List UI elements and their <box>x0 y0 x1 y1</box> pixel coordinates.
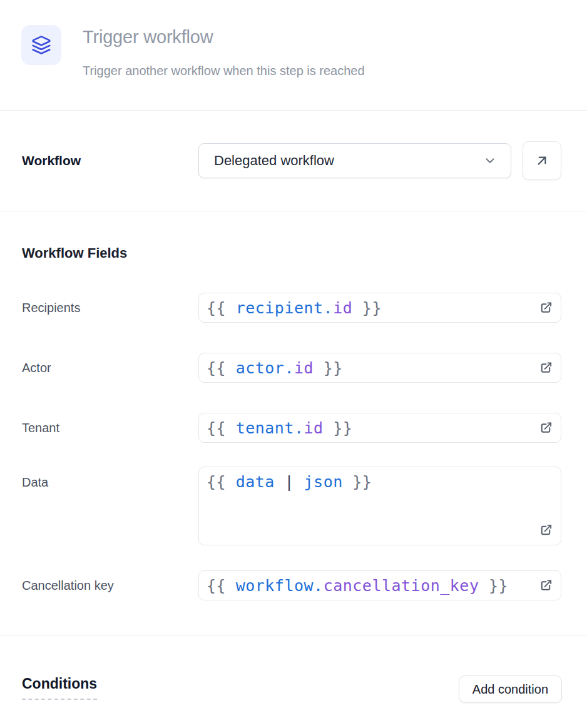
field-code-value: {{ recipient.id }} <box>207 299 382 317</box>
field-code-input[interactable]: {{ actor.id }} <box>198 353 561 383</box>
field-code-value: {{ data | json }} <box>207 473 372 491</box>
chevron-down-icon <box>483 154 497 168</box>
field-row: Tenant {{ tenant.id }} <box>22 413 561 443</box>
field-row: Actor {{ actor.id }} <box>22 353 561 383</box>
step-icon-box <box>21 25 61 65</box>
field-label: Data <box>22 467 198 490</box>
field-code-input[interactable]: {{ data | json }} <box>198 467 561 545</box>
conditions-section: Conditions Add condition <box>0 636 587 703</box>
external-link-icon[interactable] <box>539 361 553 375</box>
workflow-select[interactable]: Delegated workflow <box>198 143 511 178</box>
workflow-fields-heading: Workflow Fields <box>22 245 561 262</box>
field-label: Recipients <box>22 293 198 323</box>
external-link-icon[interactable] <box>539 421 553 435</box>
external-link-icon[interactable] <box>539 579 553 593</box>
external-link-icon[interactable] <box>539 301 553 315</box>
field-code-input[interactable]: {{ tenant.id }} <box>198 413 561 443</box>
field-label: Actor <box>22 353 198 383</box>
field-rows: Recipients {{ recipient.id }} Actor {{ a… <box>22 293 561 600</box>
arrow-up-right-icon <box>534 153 550 169</box>
trigger-workflow-panel: Trigger workflow Trigger another workflo… <box>0 0 587 728</box>
field-code-value: {{ actor.id }} <box>207 359 343 377</box>
workflow-fields-section: Workflow Fields Recipients {{ recipient.… <box>0 211 587 635</box>
step-header-text: Trigger workflow Trigger another workflo… <box>83 25 365 79</box>
field-label: Tenant <box>22 413 198 443</box>
conditions-heading: Conditions <box>22 675 97 700</box>
step-subtitle: Trigger another workflow when this step … <box>83 63 365 79</box>
open-workflow-button[interactable] <box>523 141 561 180</box>
workflow-select-row: Workflow Delegated workflow <box>0 111 587 211</box>
workflow-select-value: Delegated workflow <box>214 153 334 169</box>
field-row: Recipients {{ recipient.id }} <box>22 293 561 323</box>
field-row: Data {{ data | json }} <box>22 467 561 545</box>
field-code-value: {{ workflow.cancellation_key }} <box>207 577 508 595</box>
external-link-icon[interactable] <box>539 523 553 537</box>
step-name-input[interactable]: Trigger workflow <box>83 26 365 48</box>
step-header: Trigger workflow Trigger another workflo… <box>0 0 587 110</box>
field-label: Cancellation key <box>22 570 198 600</box>
field-row: Cancellation key {{ workflow.cancellatio… <box>22 570 561 600</box>
field-code-input[interactable]: {{ workflow.cancellation_key }} <box>198 570 561 600</box>
field-code-input[interactable]: {{ recipient.id }} <box>198 293 561 323</box>
layers-icon <box>31 35 51 55</box>
field-code-value: {{ tenant.id }} <box>207 419 352 437</box>
workflow-label: Workflow <box>22 153 198 168</box>
add-condition-button[interactable]: Add condition <box>459 675 562 703</box>
